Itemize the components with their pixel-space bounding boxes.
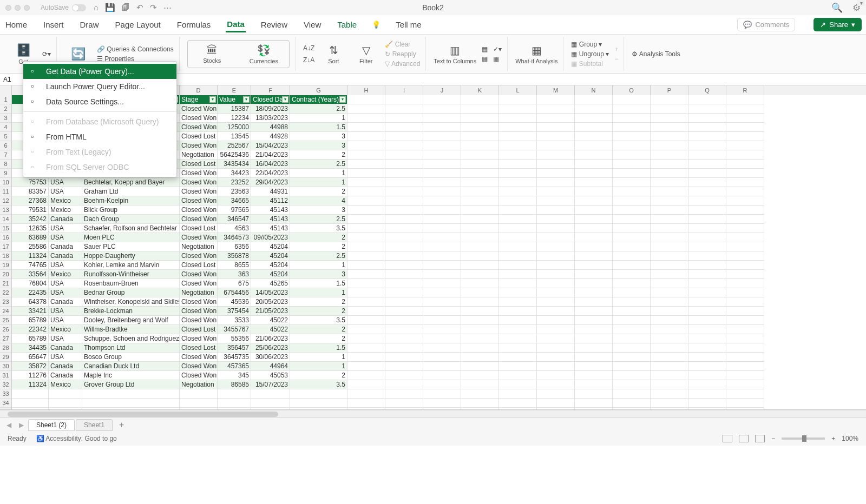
min-dot[interactable] xyxy=(15,5,21,11)
comments-button[interactable]: 💬 Comments xyxy=(737,18,795,31)
table-row[interactable]: 1435242CanadaDach GroupClosed Won3465474… xyxy=(0,215,866,224)
table-header-closed-date[interactable]: Closed Date▾ xyxy=(251,95,290,104)
table-row[interactable]: 2222435USABednar GroupNegotiation6754456… xyxy=(0,288,866,297)
tab-table[interactable]: Table xyxy=(336,18,358,31)
sort-button[interactable]: ⇅Sort xyxy=(320,44,347,64)
table-row[interactable]: 1811324CanadaHoppe-DaughertyClosed Won35… xyxy=(0,251,866,261)
tab-insert[interactable]: Insert xyxy=(42,18,65,31)
page-layout-view-button[interactable] xyxy=(739,435,749,442)
horizontal-scrollbar[interactable] xyxy=(0,410,866,417)
more-icon[interactable]: ⋯ xyxy=(163,3,172,12)
queries-connections-button[interactable]: 🔗 Queries & Connections xyxy=(97,45,174,53)
col-q-header[interactable]: Q xyxy=(688,85,726,95)
clear-filter-button[interactable]: 🧹 Clear xyxy=(385,41,420,48)
col-o-header[interactable]: O xyxy=(613,85,651,95)
col-i-header[interactable]: I xyxy=(385,85,423,95)
table-row[interactable]: 1075753USABechtelar, Koepp and BayerClos… xyxy=(0,178,866,187)
menu-item[interactable]: ▫Get Data (Power Query)... xyxy=(23,64,176,79)
col-k-header[interactable]: K xyxy=(461,85,499,95)
sort-desc-icon[interactable]: Z↓A xyxy=(303,56,314,64)
show-detail-icon[interactable]: + xyxy=(614,45,618,53)
col-f-header[interactable]: F xyxy=(251,85,290,95)
subtotal-button[interactable]: ▦ Subtotal xyxy=(571,60,609,68)
add-sheet-button[interactable]: + xyxy=(114,420,129,430)
tab-formulas[interactable]: Formulas xyxy=(176,18,212,31)
col-j-header[interactable]: J xyxy=(423,85,461,95)
data-validation-icon[interactable]: ✓▾ xyxy=(493,45,502,53)
table-row[interactable]: 2176804USARosenbaum-BruenClosed Won67545… xyxy=(0,279,866,288)
group-button[interactable]: ▦ Group ▾ xyxy=(571,41,609,48)
table-row[interactable]: 3111276CanadaMaple IncClosed Won34545053… xyxy=(0,371,866,380)
table-row[interactable]: 2834435CanadaThompson LtdClosed Lost3564… xyxy=(0,343,866,353)
refresh-all-button[interactable]: 🔄 xyxy=(64,47,91,61)
search-icon[interactable]: 🔍 xyxy=(831,2,843,14)
consolidate-icon[interactable]: ▦ xyxy=(493,55,502,63)
whatif-button[interactable]: ▦What-if Analysis xyxy=(515,44,557,64)
menu-item[interactable]: ▫From HTML xyxy=(23,129,176,144)
col-h-header[interactable]: H xyxy=(347,85,385,95)
col-p-header[interactable]: P xyxy=(651,85,688,95)
toggle-switch[interactable] xyxy=(72,4,86,11)
menu-item[interactable]: ▫Launch Power Query Editor... xyxy=(23,79,176,94)
table-row[interactable]: 2622342MexicoWillms-BradtkeClosed Lost34… xyxy=(0,325,866,334)
table-row[interactable]: 2765789USASchuppe, Schoen and RodriguezC… xyxy=(0,334,866,343)
flash-fill-icon[interactable]: ▦ xyxy=(482,45,488,53)
menu-item[interactable]: ▫Data Source Settings... xyxy=(23,94,176,109)
tab-draw[interactable]: Draw xyxy=(79,18,100,31)
table-row[interactable]: 1974765USAKohler, Lemke and MarvinClosed… xyxy=(0,261,866,270)
text-to-columns-button[interactable]: ▥Text to Columns xyxy=(434,44,476,64)
zoom-out-button[interactable]: − xyxy=(771,435,775,442)
remove-dup-icon[interactable]: ▦ xyxy=(482,55,488,63)
table-row[interactable]: 3035872CanadaCanadian Duck LtdClosed Won… xyxy=(0,362,866,371)
refresh-split[interactable]: ⟳▾ xyxy=(42,50,51,58)
expand-fbar-icon[interactable]: ▾ xyxy=(857,0,865,6)
table-row[interactable]: 1379531MexicoBlick GroupClosed Won975654… xyxy=(0,205,866,215)
analysis-tools-button[interactable]: ⚙ Analysis Tools xyxy=(632,50,680,58)
hide-detail-icon[interactable]: − xyxy=(614,55,618,63)
zoom-slider[interactable] xyxy=(782,437,825,440)
table-row[interactable]: 2033564MexicoRunolfsson-WintheiserClosed… xyxy=(0,270,866,279)
page-break-view-button[interactable] xyxy=(755,435,765,442)
table-row[interactable]: 2364378CanadaWintheiser, Konopelski and … xyxy=(0,297,866,307)
home-icon[interactable]: ⌂ xyxy=(94,3,99,12)
data-types-gallery[interactable]: 🏛Stocks 💱Currencies xyxy=(187,40,290,68)
table-row[interactable]: 1512635USASchaefer, Rolfson and Bechtela… xyxy=(0,224,866,233)
sheet-nav-prev[interactable]: ◀ xyxy=(3,421,15,429)
table-header-stage[interactable]: Stage▾ xyxy=(180,95,218,104)
table-row[interactable]: 1227368MexicoBoehm-KoelpinClosed Won3466… xyxy=(0,196,866,205)
filter-button[interactable]: ▽Filter xyxy=(352,44,379,64)
col-n-header[interactable]: N xyxy=(575,85,613,95)
tab-data[interactable]: Data xyxy=(226,17,246,32)
table-row[interactable]: 2565789USADooley, Breitenberg and WolfCl… xyxy=(0,316,866,325)
redo-icon[interactable]: ↷ xyxy=(150,3,157,12)
tell-me[interactable]: Tell me xyxy=(395,18,423,31)
col-g-header[interactable]: G xyxy=(290,85,347,95)
sheet-tab-active[interactable]: Sheet1 (2) xyxy=(28,419,75,431)
table-row[interactable]: 1663689USAMoen PLCClosed Won346457309//0… xyxy=(0,233,866,242)
table-row[interactable]: 2433421USABrekke-LockmanClosed Won375454… xyxy=(0,307,866,316)
table-header-contract[interactable]: Contract (Years)▾ xyxy=(290,95,347,104)
col-e-header[interactable]: E xyxy=(218,85,251,95)
table-row[interactable]: 3211324MexicoGrover Group LtdNegotiation… xyxy=(0,380,866,389)
share-button[interactable]: ↗ Share ▾ xyxy=(813,18,862,31)
close-dot[interactable] xyxy=(5,5,11,11)
sort-asc-icon[interactable]: A↓Z xyxy=(303,44,314,52)
col-d-header[interactable]: D xyxy=(180,85,218,95)
col-l-header[interactable]: L xyxy=(499,85,537,95)
advanced-filter-button[interactable]: ▽ Advanced xyxy=(385,60,420,68)
table-row[interactable]: 2965647USABosco GroupClosed Won364573530… xyxy=(0,353,866,362)
max-dot[interactable] xyxy=(24,5,30,11)
sheet-tab-other[interactable]: Sheet1 xyxy=(76,419,113,431)
reapply-button[interactable]: ↻ Reapply xyxy=(385,50,420,58)
table-header-value[interactable]: Value▾ xyxy=(218,95,251,104)
tab-home[interactable]: Home xyxy=(4,18,28,31)
table-row[interactable]: 1725586CanadaSauer PLCNegotiation6356452… xyxy=(0,242,866,251)
col-m-header[interactable]: M xyxy=(537,85,575,95)
table-row[interactable]: 1183357USAGraham LtdClosed Won2356344931… xyxy=(0,187,866,196)
accessibility-status[interactable]: ♿ Accessibility: Good to go xyxy=(36,435,117,442)
zoom-percent[interactable]: 100% xyxy=(842,435,858,442)
sheet-nav-next[interactable]: ▶ xyxy=(16,421,27,429)
tab-review[interactable]: Review xyxy=(260,18,288,31)
ungroup-button[interactable]: ▦ Ungroup ▾ xyxy=(571,50,609,58)
save-icon[interactable]: 💾 xyxy=(105,3,115,12)
